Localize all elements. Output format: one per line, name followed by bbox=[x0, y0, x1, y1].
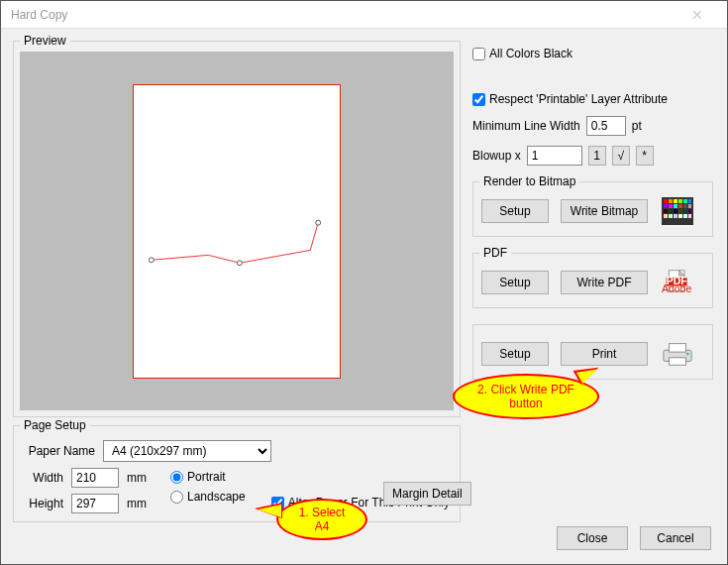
print-button[interactable]: Print bbox=[561, 342, 648, 366]
page-setup-title: Page Setup bbox=[20, 418, 90, 432]
svg-rect-5 bbox=[669, 199, 673, 203]
blowup-row: Blowup x 1 √ * bbox=[472, 146, 713, 166]
svg-point-2 bbox=[316, 220, 321, 225]
blowup-input[interactable] bbox=[527, 146, 582, 166]
svg-rect-15 bbox=[688, 204, 691, 208]
svg-rect-16 bbox=[664, 209, 668, 213]
svg-rect-34 bbox=[670, 358, 686, 366]
svg-rect-10 bbox=[664, 204, 668, 208]
svg-rect-22 bbox=[664, 214, 668, 218]
window-title: Hard Copy bbox=[11, 8, 67, 22]
preview-drawing bbox=[134, 85, 340, 377]
cancel-button[interactable]: Cancel bbox=[640, 526, 711, 550]
palette-icon bbox=[660, 196, 695, 226]
blowup-sqrt-button[interactable]: √ bbox=[612, 146, 630, 166]
portrait-radio[interactable]: Portrait bbox=[170, 470, 246, 484]
respect-printable-checkbox[interactable]: Respect 'Printable' Layer Attribute bbox=[472, 92, 713, 106]
close-button[interactable]: Close bbox=[557, 526, 628, 550]
paper-name-label: Paper Name bbox=[24, 444, 95, 458]
all-colors-black-checkbox[interactable]: All Colors Black bbox=[472, 47, 713, 60]
render-bitmap-title: Render to Bitmap bbox=[479, 174, 579, 188]
min-line-width-label: Minimum Line Width bbox=[472, 119, 580, 133]
svg-rect-20 bbox=[683, 209, 687, 213]
landscape-input[interactable] bbox=[170, 491, 183, 504]
blowup-star-button[interactable]: * bbox=[636, 146, 654, 166]
window-close-button[interactable]: ✕ bbox=[677, 3, 717, 27]
svg-rect-7 bbox=[678, 199, 682, 203]
svg-rect-11 bbox=[669, 204, 673, 208]
svg-point-35 bbox=[686, 353, 688, 355]
portrait-label: Portrait bbox=[187, 470, 226, 484]
svg-rect-24 bbox=[674, 214, 677, 218]
height-input[interactable] bbox=[71, 494, 119, 513]
svg-point-0 bbox=[149, 257, 154, 262]
bitmap-setup-button[interactable]: Setup bbox=[481, 199, 549, 223]
svg-rect-27 bbox=[688, 214, 691, 218]
preview-area bbox=[20, 52, 454, 410]
all-colors-black-input[interactable] bbox=[472, 48, 485, 60]
svg-rect-23 bbox=[669, 214, 673, 218]
titlebar: Hard Copy ✕ bbox=[1, 1, 727, 29]
preview-paper bbox=[133, 84, 341, 379]
printer-setup-button[interactable]: Setup bbox=[481, 342, 549, 366]
dialog-content: Preview All Colors Black bbox=[1, 29, 727, 564]
preview-group: Preview bbox=[13, 41, 461, 417]
landscape-radio[interactable]: Landscape bbox=[170, 490, 246, 504]
svg-rect-17 bbox=[669, 209, 673, 213]
svg-rect-25 bbox=[678, 214, 682, 218]
options-column: All Colors Black Respect 'Printable' Lay… bbox=[472, 47, 713, 380]
pdf-group: PDF Setup Write PDF PDF Adobe bbox=[472, 253, 713, 308]
write-bitmap-button[interactable]: Write Bitmap bbox=[561, 199, 648, 223]
respect-printable-input[interactable] bbox=[472, 93, 485, 106]
portrait-input[interactable] bbox=[170, 471, 183, 484]
landscape-label: Landscape bbox=[187, 490, 246, 504]
min-line-width-unit: pt bbox=[632, 119, 642, 133]
page-setup-group: Page Setup Paper Name A4 (210x297 mm) Wi… bbox=[13, 425, 461, 522]
dialog-buttons: Close Cancel bbox=[557, 526, 711, 550]
width-input[interactable] bbox=[71, 468, 119, 488]
preview-label: Preview bbox=[20, 34, 70, 48]
pdf-icon: PDF Adobe bbox=[660, 268, 695, 297]
height-unit: mm bbox=[127, 497, 147, 510]
svg-rect-18 bbox=[674, 209, 677, 213]
width-unit: mm bbox=[127, 471, 147, 485]
svg-text:Adobe: Adobe bbox=[662, 282, 691, 294]
svg-rect-4 bbox=[664, 199, 668, 203]
blowup-label: Blowup x bbox=[472, 149, 521, 163]
hard-copy-dialog: Hard Copy ✕ Preview All Co bbox=[0, 0, 728, 565]
svg-rect-8 bbox=[683, 199, 687, 203]
respect-printable-label: Respect 'Printable' Layer Attribute bbox=[489, 92, 668, 106]
callout-select-a4: 1. Select A4 bbox=[276, 499, 367, 540]
svg-rect-33 bbox=[670, 344, 686, 352]
all-colors-black-label: All Colors Black bbox=[489, 47, 572, 60]
printer-icon bbox=[660, 339, 695, 369]
pdf-title: PDF bbox=[479, 246, 511, 260]
width-label: Width bbox=[24, 471, 63, 485]
callout-write-pdf: 2. Click Write PDF button bbox=[453, 374, 599, 419]
margin-detail-button[interactable]: Margin Detail bbox=[383, 482, 471, 506]
min-line-width-row: Minimum Line Width pt bbox=[472, 116, 713, 136]
svg-rect-13 bbox=[678, 204, 682, 208]
svg-rect-14 bbox=[683, 204, 687, 208]
pdf-setup-button[interactable]: Setup bbox=[481, 271, 549, 294]
blowup-one-button[interactable]: 1 bbox=[588, 146, 606, 166]
svg-rect-9 bbox=[688, 199, 691, 203]
paper-name-select[interactable]: A4 (210x297 mm) bbox=[103, 440, 271, 462]
render-bitmap-group: Render to Bitmap Setup Write Bitmap bbox=[472, 181, 713, 237]
svg-rect-21 bbox=[688, 209, 691, 213]
svg-rect-19 bbox=[678, 209, 682, 213]
svg-rect-12 bbox=[674, 204, 677, 208]
min-line-width-input[interactable] bbox=[586, 116, 626, 136]
svg-rect-26 bbox=[683, 214, 687, 218]
svg-rect-6 bbox=[674, 199, 677, 203]
svg-point-1 bbox=[237, 260, 242, 265]
height-label: Height bbox=[24, 497, 63, 510]
write-pdf-button[interactable]: Write PDF bbox=[561, 271, 648, 294]
